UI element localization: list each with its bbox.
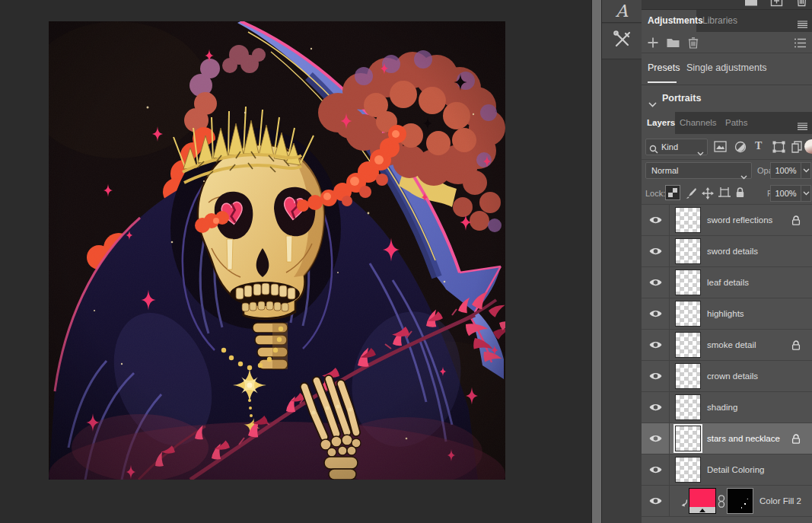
mask-link-icon[interactable] [718, 495, 725, 511]
tool-presets-button[interactable] [602, 24, 642, 59]
document-workspace [0, 0, 591, 523]
panel-menu-icon[interactable] [798, 18, 807, 31]
layer-thumbnail[interactable] [675, 363, 701, 389]
trash-icon[interactable] [796, 0, 807, 10]
layer-row-color-fill-2[interactable]: Color Fill 2 [642, 486, 812, 517]
layers-filter-row: Kind T [642, 134, 812, 160]
new-group-folder-icon[interactable] [667, 37, 680, 51]
photoshop-window: A [0, 0, 812, 523]
add-adjustment-icon[interactable] [648, 37, 658, 51]
filter-kind-dropdown[interactable]: Kind [645, 139, 708, 155]
visibility-eye-icon[interactable] [642, 298, 670, 329]
adjustments-view-tabs: Presets Single adjustments [642, 54, 812, 85]
blend-mode-dropdown[interactable]: Normal [645, 162, 752, 179]
layer-row-detail-coloring[interactable]: Detail Coloring [642, 454, 812, 486]
layer-thumbnail[interactable] [675, 207, 701, 233]
visibility-eye-icon[interactable] [642, 330, 670, 360]
visibility-eye-icon[interactable] [642, 267, 670, 298]
delete-trash-icon[interactable] [688, 37, 699, 52]
layer-name[interactable]: sword details [707, 236, 758, 266]
layer-name[interactable]: highlights [707, 298, 744, 329]
opacity-dropdown-chevron[interactable] [801, 162, 811, 179]
visibility-eye-icon[interactable] [642, 361, 670, 391]
layer-thumbnail[interactable] [675, 332, 701, 358]
visibility-eye-icon[interactable] [642, 392, 670, 423]
layer-thumbnail[interactable] [675, 426, 701, 451]
layer-thumbnail[interactable] [675, 394, 701, 420]
lock-position-move-icon[interactable] [702, 187, 714, 203]
tab-layers[interactable]: Layers [642, 112, 675, 134]
panel-dock: A [602, 0, 642, 523]
layer-row-sword-details[interactable]: sword details [642, 236, 812, 267]
folder-icon[interactable] [744, 0, 758, 10]
layer-name[interactable]: Detail Coloring [707, 454, 764, 485]
filter-pixel-layers-icon[interactable] [714, 141, 727, 155]
tab-presets[interactable]: Presets [648, 62, 680, 73]
crossed-tools-icon [612, 30, 632, 53]
layer-name[interactable]: smoke detail [707, 330, 756, 360]
layer-thumbnail[interactable] [675, 238, 701, 264]
layer-thumbnail[interactable] [675, 269, 701, 295]
vertical-scrollbar[interactable] [591, 0, 602, 523]
lock-icon [791, 433, 801, 447]
fill-dropdown-chevron[interactable] [801, 185, 811, 202]
layer-name[interactable]: Color Fill 2 [759, 486, 801, 516]
lock-transparent-pixels-button[interactable] [665, 185, 680, 200]
filter-adjustment-layers-icon[interactable] [734, 141, 747, 156]
layer-row-stars-and-necklace[interactable]: stars and necklace [642, 423, 812, 454]
lock-icon [791, 340, 801, 353]
active-tab-underline [648, 81, 677, 83]
layer-thumbnail[interactable] [675, 301, 701, 327]
section-label: Portraits [662, 93, 701, 104]
layers-tabbar: Layers Channels Paths [642, 112, 812, 134]
chevron-down-icon [697, 145, 704, 159]
opacity-value[interactable]: 100% [770, 162, 801, 179]
layer-name[interactable]: sword reflections [707, 205, 772, 235]
tab-libraries[interactable]: Libraries [702, 10, 737, 32]
layer-mask-thumbnail[interactable] [727, 488, 753, 514]
lock-label: Lock: [645, 189, 665, 198]
layer-row-partial [642, 517, 812, 523]
panel-top-strip [642, 0, 812, 10]
presets-section-portraits[interactable]: Portraits [642, 86, 812, 112]
layer-row-shading[interactable]: shading [642, 392, 812, 423]
tab-paths[interactable]: Paths [725, 112, 747, 134]
character-panel-button[interactable]: A [602, 0, 642, 23]
lock-artboard-icon[interactable] [718, 187, 731, 202]
visibility-eye-icon[interactable] [642, 205, 670, 235]
visibility-eye-icon[interactable] [642, 486, 670, 516]
layer-row-crown-details[interactable]: crown details [642, 361, 812, 392]
layer-name[interactable]: stars and necklace [707, 423, 780, 454]
visibility-eye-icon[interactable] [642, 423, 670, 454]
filter-type-layers-icon[interactable]: T [755, 140, 762, 152]
clipping-mask-arrow-icon [680, 497, 688, 511]
tab-single-adjustments[interactable]: Single adjustments [686, 62, 767, 73]
filter-toggle-icon[interactable] [804, 139, 812, 154]
list-view-icon[interactable] [794, 37, 806, 51]
chevron-down-icon [648, 97, 657, 110]
layer-row-smoke-detail[interactable]: smoke detail [642, 330, 812, 361]
panel-menu-icon[interactable] [798, 120, 807, 133]
fill-value[interactable]: 100% [770, 185, 801, 202]
new-item-icon[interactable] [770, 0, 783, 10]
layer-name[interactable]: shading [707, 392, 737, 423]
filter-shape-layers-icon[interactable] [772, 141, 785, 156]
layer-row-leaf-details[interactable]: leaf details [642, 267, 812, 298]
layer-row-sword-reflections[interactable]: sword reflections [642, 205, 812, 236]
panel-group: Adjustments Libraries [642, 0, 812, 523]
layer-thumbnail[interactable] [675, 457, 701, 483]
artwork-canvas[interactable] [49, 21, 505, 480]
lock-image-pixels-brush-icon[interactable] [686, 187, 697, 202]
layer-name[interactable]: crown details [707, 361, 758, 391]
lock-all-padlock-icon[interactable] [735, 187, 745, 201]
visibility-eye-icon[interactable] [642, 236, 670, 266]
layer-row-highlights[interactable]: highlights [642, 298, 812, 330]
tab-channels[interactable]: Channels [680, 112, 717, 134]
visibility-eye-icon[interactable] [642, 454, 670, 485]
layer-name[interactable]: leaf details [707, 267, 749, 298]
lock-icon [791, 215, 801, 228]
fill-color-thumbnail[interactable] [689, 488, 716, 514]
filter-smart-objects-icon[interactable] [791, 141, 802, 156]
slider-triangle-icon [699, 509, 705, 512]
tab-adjustments[interactable]: Adjustments [642, 10, 696, 32]
